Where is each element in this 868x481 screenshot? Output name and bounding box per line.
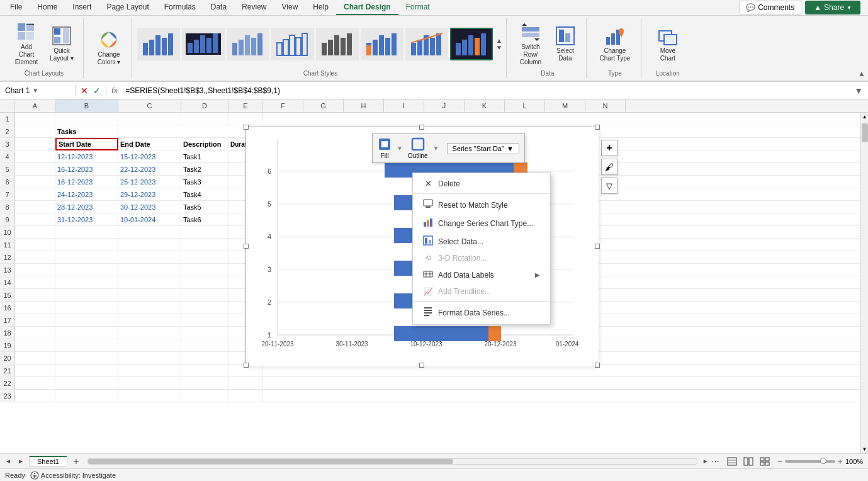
chart-style-4[interactable]: [271, 28, 314, 60]
scroll-sheet-right-btn[interactable]: ►: [15, 456, 26, 467]
col-header-E[interactable]: E: [228, 99, 263, 112]
h-scroll-track[interactable]: [87, 458, 697, 465]
chart-handle-ml[interactable]: [244, 244, 249, 249]
chart-style-scroll-down[interactable]: ▲ ▼: [495, 36, 504, 52]
col-header-G[interactable]: G: [303, 99, 344, 112]
cell-1-B[interactable]: [55, 113, 118, 125]
col-header-C[interactable]: C: [118, 99, 181, 112]
col-header-K[interactable]: K: [465, 99, 505, 112]
chart-style-2[interactable]: [182, 28, 225, 60]
tab-view[interactable]: View: [274, 0, 306, 15]
cell-4-A[interactable]: [15, 150, 55, 163]
comments-button[interactable]: 💬 Comments: [739, 1, 801, 14]
cell-5-C[interactable]: 22-12-2023: [118, 163, 181, 176]
chart-filter-btn[interactable]: ▽: [601, 178, 617, 194]
page-break-view-btn[interactable]: [757, 455, 772, 468]
scroll-thumb[interactable]: [862, 123, 868, 142]
cell-3-C-header[interactable]: End Date: [118, 138, 181, 150]
scroll-sheet-left-btn[interactable]: ◄: [3, 456, 14, 467]
chart-handle-tr[interactable]: [595, 125, 600, 130]
context-menu-item-add-labels[interactable]: Add Data Labels ▶: [413, 266, 550, 284]
change-colors-button[interactable]: ChangeColors ▾: [91, 27, 127, 69]
cell-3-B-header[interactable]: Start Date: [55, 138, 118, 150]
cell-1-E[interactable]: [228, 113, 263, 125]
add-chart-element-button[interactable]: Add ChartElement: [10, 20, 43, 69]
chart-style-1[interactable]: [137, 28, 180, 60]
context-menu-item-change-series[interactable]: Change Series Chart Type...: [413, 214, 550, 232]
cell-6-C[interactable]: 25-12-2023: [118, 176, 181, 188]
select-data-button[interactable]: SelectData: [550, 23, 581, 65]
tab-home[interactable]: Home: [30, 0, 65, 15]
chart-handle-tl[interactable]: [244, 125, 249, 130]
cell-8-C[interactable]: 30-12-2023: [118, 201, 181, 213]
chart-style-7[interactable]: [405, 28, 448, 60]
cell-5-D[interactable]: Task2: [181, 163, 228, 176]
collapse-ribbon-button[interactable]: ▲: [858, 69, 865, 78]
expand-formula-icon[interactable]: ▼: [849, 86, 868, 96]
vertical-scrollbar[interactable]: ▲ ▼: [860, 113, 868, 453]
cell-4-C[interactable]: 15-12-2023: [118, 150, 181, 163]
tab-page-layout[interactable]: Page Layout: [99, 0, 156, 15]
share-button[interactable]: ▲ Share ▼: [805, 1, 860, 14]
chart-style-8[interactable]: [450, 28, 493, 60]
h-scroll-right-btn[interactable]: ►: [702, 458, 709, 465]
cell-8-D[interactable]: Task5: [181, 201, 228, 213]
col-header-J[interactable]: J: [424, 99, 465, 112]
h-scroll-thumb[interactable]: [88, 459, 453, 464]
cell-6-D[interactable]: Task3: [181, 176, 228, 188]
col-header-D[interactable]: D: [181, 99, 228, 112]
series-dropdown[interactable]: Series "Start Da" ▼: [447, 143, 519, 154]
chart-add-element-btn[interactable]: +: [601, 140, 617, 156]
scroll-up-btn[interactable]: ▲: [861, 113, 868, 121]
col-header-I[interactable]: I: [384, 99, 424, 112]
tab-format[interactable]: Format: [398, 0, 437, 15]
tab-insert[interactable]: Insert: [65, 0, 99, 15]
outline-button[interactable]: Outline: [408, 137, 428, 159]
cell-4-B[interactable]: 12-12-2023: [55, 150, 118, 163]
cell-1-C[interactable]: [118, 113, 181, 125]
chart-style-3[interactable]: [227, 28, 269, 60]
cell-1-A[interactable]: [15, 113, 55, 125]
cell-3-D-header[interactable]: Description: [181, 138, 228, 150]
tab-review[interactable]: Review: [234, 0, 274, 15]
fill-button[interactable]: Fill: [378, 137, 392, 159]
cell-8-B[interactable]: 28-12-2023: [55, 201, 118, 213]
fill-dropdown-icon[interactable]: ▼: [397, 145, 403, 152]
tab-formulas[interactable]: Formulas: [157, 0, 203, 15]
context-menu-item-format-series[interactable]: Format Data Series...: [413, 303, 550, 322]
normal-view-btn[interactable]: [724, 455, 740, 468]
col-header-H[interactable]: H: [344, 99, 384, 112]
tab-chart-design[interactable]: Chart Design: [336, 0, 398, 15]
zoom-in-btn[interactable]: +: [838, 456, 843, 467]
col-header-N[interactable]: N: [585, 99, 626, 112]
switch-row-column-button[interactable]: Switch Row/Column: [514, 20, 547, 69]
cell-1-D[interactable]: [181, 113, 228, 125]
move-chart-button[interactable]: MoveChart: [649, 23, 687, 65]
cell-7-B[interactable]: 24-12-2023: [55, 188, 118, 200]
cell-3-A[interactable]: [15, 138, 55, 150]
cell-7-C[interactable]: 29-12-2023: [118, 188, 181, 200]
cell-2-B[interactable]: Tasks: [55, 125, 118, 138]
status-more-btn[interactable]: ⋯: [711, 456, 719, 466]
col-header-M[interactable]: M: [545, 99, 585, 112]
sheet-tab[interactable]: Sheet1: [29, 456, 67, 467]
col-header-B[interactable]: B: [55, 99, 118, 112]
name-box-dropdown-icon[interactable]: ▼: [32, 87, 38, 94]
chart-handle-bl[interactable]: [244, 363, 249, 368]
tab-help[interactable]: Help: [305, 0, 336, 15]
zoom-slider-track[interactable]: [785, 460, 835, 463]
chart-style-5[interactable]: [316, 28, 359, 60]
series-dropdown-arrow[interactable]: ▼: [507, 145, 514, 152]
cell-9-B[interactable]: 31-12-2023: [55, 213, 118, 225]
cell-2-A[interactable]: [15, 125, 55, 138]
page-layout-view-btn[interactable]: [741, 455, 756, 468]
cancel-formula-icon[interactable]: ✕: [79, 84, 89, 97]
outline-dropdown-icon[interactable]: ▼: [433, 145, 439, 152]
cell-9-C[interactable]: 10-01-2024: [118, 213, 181, 225]
change-chart-type-button[interactable]: ChangeChart Type: [594, 23, 636, 65]
col-header-L[interactable]: L: [505, 99, 545, 112]
scroll-down-btn[interactable]: ▼: [861, 445, 868, 453]
zoom-slider-thumb[interactable]: [820, 458, 826, 464]
context-menu-item-select-data[interactable]: Select Data...: [413, 232, 550, 251]
cell-5-B[interactable]: 16-12-2023: [55, 163, 118, 176]
